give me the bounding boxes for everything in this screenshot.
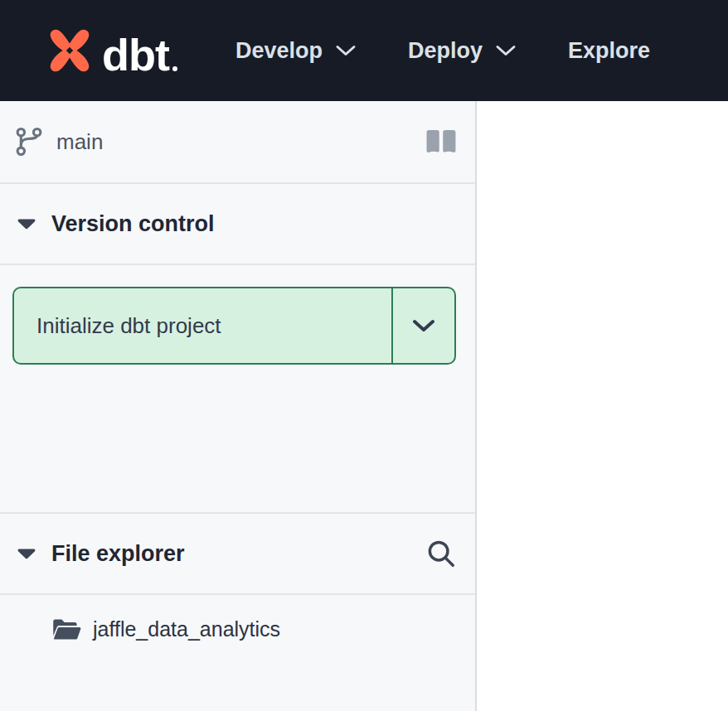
nav-item-label: Explore	[568, 38, 650, 64]
dbt-logo-text: dbt	[102, 35, 169, 76]
branch-bar: main	[0, 101, 475, 184]
dbt-logo-link[interactable]: dbt	[45, 25, 177, 76]
chevron-down-icon	[335, 44, 357, 57]
editor-empty-pane	[477, 101, 728, 711]
version-control-header[interactable]: Version control	[0, 184, 475, 265]
nav-item-explore[interactable]: Explore	[568, 38, 650, 64]
button-dropdown-toggle[interactable]	[393, 288, 454, 363]
dbt-logo-icon	[45, 25, 95, 76]
git-branch-icon	[12, 125, 46, 158]
caret-down-icon[interactable]	[17, 218, 36, 230]
chevron-down-icon	[411, 318, 436, 333]
caret-down-icon[interactable]	[17, 548, 36, 559]
initialize-dbt-project-button[interactable]: Initialize dbt project	[12, 287, 456, 365]
dbt-ide-app: dbt Develop Deploy Explore	[0, 0, 728, 711]
nav-item-label: Develop	[235, 38, 323, 64]
top-navbar: dbt Develop Deploy Explore	[0, 0, 728, 101]
ide-sidebar: main Version control Initialize dbt proj…	[0, 101, 477, 711]
file-explorer-header[interactable]: File explorer	[0, 514, 475, 595]
file-tree-item-folder[interactable]: jaffle_data_analytics	[51, 617, 475, 641]
file-explorer-title: File explorer	[51, 541, 185, 567]
nav-item-develop[interactable]: Develop	[235, 38, 357, 64]
nav-item-deploy[interactable]: Deploy	[408, 38, 517, 64]
logo-trademark-dot	[172, 66, 177, 71]
search-icon[interactable]	[425, 538, 457, 569]
initialize-button-label[interactable]: Initialize dbt project	[14, 288, 391, 363]
nav-item-label: Deploy	[408, 38, 483, 64]
file-tree-item-name: jaffle_data_analytics	[93, 617, 280, 641]
folder-open-icon	[51, 617, 81, 641]
current-branch-name[interactable]: main	[56, 129, 103, 155]
version-control-panel: Initialize dbt project	[0, 265, 475, 514]
book-icon[interactable]	[424, 128, 459, 156]
main-nav: Develop Deploy Explore	[235, 38, 650, 64]
version-control-title: Version control	[51, 211, 215, 237]
file-tree: jaffle_data_analytics	[0, 595, 475, 711]
content-row: main Version control Initialize dbt proj…	[0, 101, 728, 711]
chevron-down-icon	[495, 44, 517, 57]
